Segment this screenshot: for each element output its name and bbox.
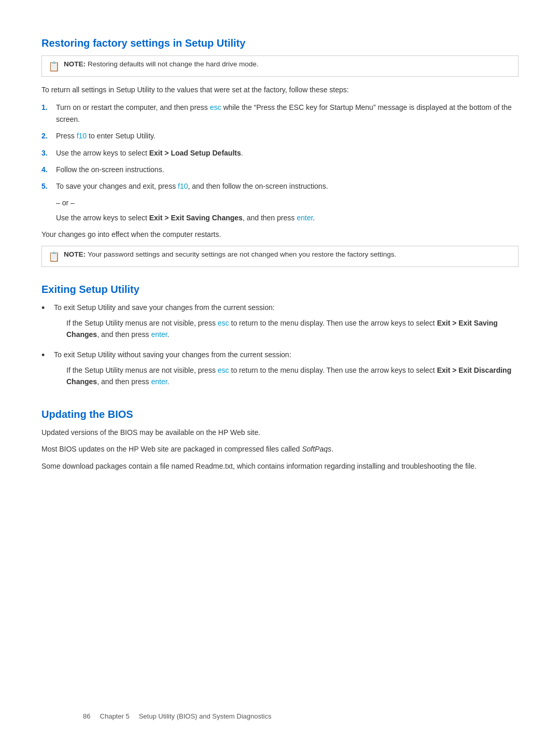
exit-bullet-1: • To exit Setup Utility and save your ch… bbox=[41, 302, 519, 345]
step-3: 3. Use the arrow keys to select Exit > L… bbox=[41, 147, 519, 159]
step-content-5: To save your changes and exit, press f10… bbox=[56, 180, 328, 192]
exit-bold-2: Exit > Exit Discarding Changes bbox=[66, 366, 511, 386]
step-content-1: Turn on or restart the computer, and the… bbox=[56, 102, 519, 125]
updating-heading: Updating the BIOS bbox=[41, 409, 519, 420]
esc-link-2[interactable]: esc bbox=[218, 319, 229, 327]
step-content-2: Press f10 to enter Setup Utility. bbox=[56, 130, 156, 142]
exit-bullet-1-content: To exit Setup Utility and save your chan… bbox=[54, 302, 519, 345]
step-content-3: Use the arrow keys to select Exit > Load… bbox=[56, 147, 243, 159]
page-footer: 86 Chapter 5 Setup Utility (BIOS) and Sy… bbox=[83, 712, 271, 720]
footer-title: Setup Utility (BIOS) and System Diagnost… bbox=[139, 712, 272, 720]
exit-bullet-2: • To exit Setup Utility without saving y… bbox=[41, 349, 519, 392]
note-label-1: NOTE: bbox=[64, 60, 86, 68]
updating-para2-before: Most BIOS updates on the HP Web site are… bbox=[41, 445, 302, 453]
enter-link-2[interactable]: enter bbox=[151, 330, 167, 339]
footer-page: 86 bbox=[83, 712, 90, 720]
esc-link-1[interactable]: esc bbox=[210, 103, 221, 111]
bullet-dot-1: • bbox=[41, 302, 54, 315]
note-content-2: Your password settings and security sett… bbox=[88, 250, 396, 258]
footer-chapter: Chapter 5 bbox=[100, 712, 130, 720]
restoring-closing: Your changes go into effect when the com… bbox=[41, 229, 519, 240]
step-2: 2. Press f10 to enter Setup Utility. bbox=[41, 130, 519, 142]
note-content-1: Restoring defaults will not change the h… bbox=[88, 60, 258, 68]
step-num-4: 4. bbox=[41, 164, 56, 175]
note-box-1: 📋 NOTE:Restoring defaults will not chang… bbox=[41, 55, 519, 77]
exit-sub-1: If the Setup Utility menus are not visib… bbox=[66, 317, 519, 341]
updating-para1: Updated versions of the BIOS may be avai… bbox=[41, 427, 519, 438]
exit-sub-2: If the Setup Utility menus are not visib… bbox=[66, 364, 519, 388]
f10-link-1[interactable]: f10 bbox=[77, 132, 87, 140]
step-1: 1. Turn on or restart the computer, and … bbox=[41, 102, 519, 125]
or-sub-bold: Exit > Exit Saving Changes bbox=[149, 214, 243, 222]
note-icon-2: 📋 bbox=[48, 251, 60, 262]
step3-bold: Exit > Load Setup Defaults bbox=[149, 149, 241, 157]
updating-para2: Most BIOS updates on the HP Web site are… bbox=[41, 443, 519, 455]
step-num-2: 2. bbox=[41, 130, 56, 142]
step-content-4: Follow the on-screen instructions. bbox=[56, 164, 164, 175]
restoring-heading: Restoring factory settings in Setup Util… bbox=[41, 37, 519, 49]
exit-bullet-2-content: To exit Setup Utility without saving you… bbox=[54, 349, 519, 392]
step-4: 4. Follow the on-screen instructions. bbox=[41, 164, 519, 175]
restoring-steps: 1. Turn on or restart the computer, and … bbox=[41, 102, 519, 192]
f10-link-2[interactable]: f10 bbox=[178, 182, 188, 190]
bullet-dot-2: • bbox=[41, 349, 54, 362]
or-divider: – or – bbox=[56, 199, 519, 207]
note-box-2: 📋 NOTE:Your password settings and securi… bbox=[41, 246, 519, 267]
step-num-5: 5. bbox=[41, 180, 56, 192]
esc-link-3[interactable]: esc bbox=[218, 366, 229, 374]
step-num-3: 3. bbox=[41, 147, 56, 159]
restoring-intro: To return all settings in Setup Utility … bbox=[41, 84, 519, 95]
exiting-heading: Exiting Setup Utility bbox=[41, 284, 519, 296]
updating-para3: Some download packages contain a file na… bbox=[41, 460, 519, 472]
exit-intro-1: To exit Setup Utility and save your chan… bbox=[54, 303, 275, 312]
note-icon-1: 📋 bbox=[48, 61, 60, 72]
enter-link-1[interactable]: enter bbox=[297, 214, 313, 222]
exiting-bullets: • To exit Setup Utility and save your ch… bbox=[41, 302, 519, 392]
updating-para2-end: . bbox=[331, 445, 333, 453]
exit-intro-2: To exit Setup Utility without saving you… bbox=[54, 350, 291, 359]
exit-bold-1: Exit > Exit Saving Changes bbox=[66, 319, 498, 339]
enter-link-3[interactable]: enter bbox=[151, 377, 167, 386]
step-5: 5. To save your changes and exit, press … bbox=[41, 180, 519, 192]
or-sub-text: Use the arrow keys to select Exit > Exit… bbox=[56, 212, 519, 223]
page-content: Restoring factory settings in Setup Util… bbox=[41, 37, 519, 741]
step-num-1: 1. bbox=[41, 102, 56, 113]
note-text-1: NOTE:Restoring defaults will not change … bbox=[64, 60, 258, 68]
note-label-2: NOTE: bbox=[64, 250, 86, 258]
note-text-2: NOTE:Your password settings and security… bbox=[64, 250, 396, 258]
updating-para2-italic: SoftPaqs bbox=[302, 445, 331, 453]
